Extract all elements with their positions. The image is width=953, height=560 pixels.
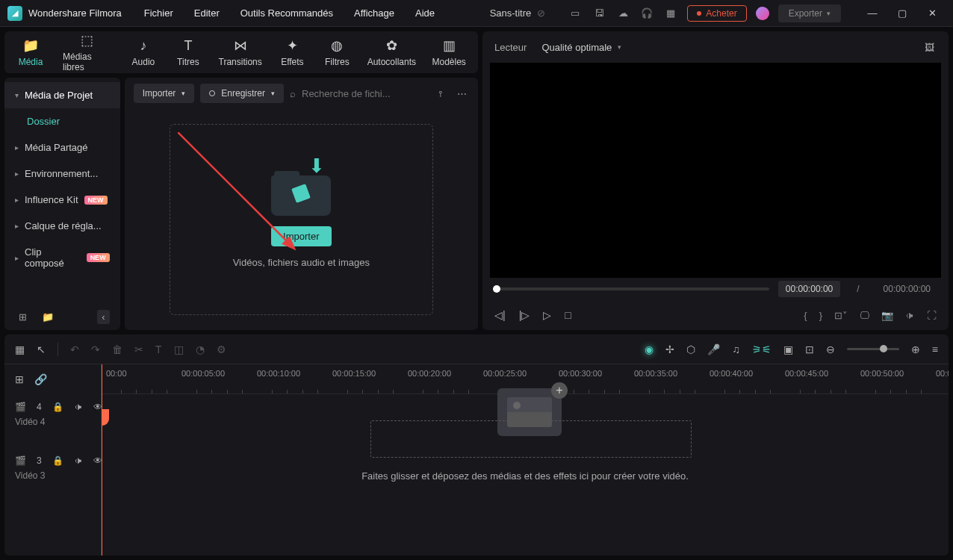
ratio-icon[interactable]: ⊡˅	[834, 310, 848, 321]
redo-icon[interactable]: ↷	[91, 343, 100, 355]
filter-icon[interactable]: ⫯	[433, 86, 448, 101]
playhead[interactable]	[102, 364, 102, 556]
maximize-button[interactable]: ▢	[889, 3, 916, 24]
tab-media[interactable]: 📁Média	[12, 34, 49, 70]
snapshot-icon[interactable]: 🖼	[922, 40, 937, 55]
timeline-drop-zone[interactable]	[370, 420, 692, 458]
preview-area[interactable]	[490, 63, 941, 278]
folder-add-icon[interactable]: 📁	[40, 309, 55, 324]
save-icon[interactable]: 🖫	[592, 6, 606, 21]
music-icon[interactable]: ♫	[732, 343, 740, 355]
templates-icon: ▥	[443, 37, 456, 54]
link-icon[interactable]: 🔗	[34, 373, 47, 385]
document-title[interactable]: Sans-titre ⊘	[490, 7, 546, 19]
color-icon[interactable]: ◔	[196, 343, 205, 355]
ai-icon[interactable]: ◉	[645, 343, 654, 355]
cut-icon[interactable]: ✂	[134, 343, 143, 355]
menu-help[interactable]: Aide	[415, 7, 435, 19]
export-button[interactable]: Exporter ▾	[778, 4, 841, 22]
zoom-out-icon[interactable]: ⊖	[826, 343, 835, 355]
display-icon[interactable]: 🖵	[860, 310, 869, 321]
sparkle-icon[interactable]: ✢	[665, 343, 674, 355]
prev-button[interactable]: ◁|	[494, 309, 506, 321]
playhead-handle[interactable]	[102, 409, 109, 426]
select-tool-icon[interactable]: ↖	[37, 343, 46, 355]
sidebar-item-influence-kit[interactable]: ▸Influence KitNEW	[4, 187, 120, 213]
mic-icon[interactable]: 🎤	[707, 343, 720, 355]
player-header: Lecteur Qualité optimale▾ 🖼	[482, 31, 949, 63]
frame-icon[interactable]: ⊡	[805, 343, 814, 355]
play-button[interactable]: ▷	[543, 309, 551, 321]
collapse-sidebar-button[interactable]: ‹	[97, 310, 109, 324]
cloud-icon[interactable]: ☁	[615, 6, 630, 21]
lock-icon[interactable]: 🔒	[52, 455, 63, 466]
sidebar-item-shared-media[interactable]: ▸Média Partagé	[4, 134, 120, 161]
sidebar-item-adjustment-layer[interactable]: ▸Calque de régla...	[4, 213, 120, 239]
adjust-icon[interactable]: ⚙	[217, 343, 226, 355]
render-icon[interactable]: ⚞⚟	[752, 343, 772, 355]
menu-tools[interactable]: Outils Recommandés	[240, 7, 333, 19]
text-tool-icon[interactable]: T	[155, 343, 162, 355]
record-dropdown[interactable]: Enregistrer▾	[200, 84, 284, 103]
sidebar-item-folder[interactable]: Dossier	[4, 108, 120, 134]
lock-icon[interactable]: 🔒	[52, 402, 63, 412]
scrub-thumb[interactable]	[493, 285, 500, 293]
tab-stock[interactable]: ⬚Médias libres	[57, 29, 117, 75]
zoom-in-icon[interactable]: ⊕	[911, 343, 920, 355]
minimize-button[interactable]: —	[859, 3, 886, 24]
crop-icon[interactable]: ◫	[174, 343, 184, 355]
mute-icon[interactable]: 🕩	[74, 402, 83, 412]
headphones-icon[interactable]: 🎧	[639, 6, 654, 21]
import-button[interactable]: Importer	[271, 226, 331, 246]
mute-icon[interactable]: 🕩	[74, 455, 83, 466]
menu-file[interactable]: Fichier	[144, 7, 173, 19]
add-bin-icon[interactable]: ⊞	[15, 309, 30, 324]
close-button[interactable]: ✕	[919, 3, 946, 24]
import-drop-zone[interactable]: ⬇ Importer Vidéos, fichiers audio et ima…	[170, 124, 433, 315]
tab-filters[interactable]: ◍Filtres	[318, 34, 356, 70]
list-view-icon[interactable]: ≡	[932, 343, 938, 355]
tab-audio[interactable]: ♪Audio	[125, 35, 162, 70]
tab-templates[interactable]: ▥Modèles	[427, 34, 471, 70]
visibility-icon[interactable]: 👁	[93, 455, 102, 466]
marker-icon[interactable]: ⬡	[686, 343, 695, 355]
track-row-video4[interactable]: 🎬4 🔒 🕩 👁 Vidéo 4	[4, 394, 101, 448]
timecode-current[interactable]: 00:00:00:00	[778, 281, 840, 297]
sidebar-item-compound-clip[interactable]: ▸Clip composéNEW	[4, 239, 120, 276]
volume-icon[interactable]: 🕩	[905, 310, 915, 321]
bracket-open-icon[interactable]: {	[804, 310, 807, 321]
device-icon[interactable]: ▭	[568, 6, 583, 21]
undo-icon[interactable]: ↶	[70, 343, 79, 355]
step-back-button[interactable]: |▷	[519, 309, 530, 321]
quality-dropdown[interactable]: Qualité optimale▾	[541, 42, 621, 53]
timeline-tracks[interactable]: 00:0000:00:05:0000:00:10:0000:00:15:0000…	[102, 364, 949, 556]
track-row-video3[interactable]: 🎬3 🔒 🕩 👁 Vidéo 3	[4, 448, 101, 502]
avatar[interactable]	[756, 7, 769, 20]
camera-icon[interactable]: 📷	[881, 310, 893, 321]
zoom-slider[interactable]	[847, 348, 899, 350]
tab-effects[interactable]: ✦Effets	[273, 34, 311, 70]
sidebar-item-project-media[interactable]: ▾Média de Projet	[4, 82, 120, 108]
mask-icon[interactable]: ▣	[783, 343, 793, 355]
tab-stickers[interactable]: ✿Autocollants	[363, 34, 420, 70]
grid-icon[interactable]: ▦	[663, 6, 678, 21]
sidebar-item-environment[interactable]: ▸Environnement...	[4, 161, 120, 187]
tab-transitions[interactable]: ⋈Transitions	[214, 34, 266, 70]
scrub-track[interactable]	[493, 287, 769, 290]
zoom-thumb[interactable]	[880, 345, 887, 352]
bracket-close-icon[interactable]: }	[819, 310, 822, 321]
menu-view[interactable]: Affichage	[354, 7, 394, 19]
menu-edit[interactable]: Editer	[194, 7, 220, 19]
buy-button[interactable]: Acheter	[687, 5, 746, 22]
apps-icon[interactable]: ▦	[15, 343, 25, 355]
import-dropdown[interactable]: Importer▾	[134, 84, 195, 103]
search-input[interactable]	[302, 88, 427, 99]
more-icon[interactable]: ⋯	[454, 86, 469, 101]
stop-button[interactable]: □	[565, 309, 571, 321]
tab-titles[interactable]: TTitres	[170, 35, 207, 70]
visibility-icon[interactable]: 👁	[93, 402, 102, 412]
fullscreen-icon[interactable]: ⛶	[927, 310, 937, 321]
add-track-icon[interactable]: ⊞	[15, 373, 24, 385]
content-row: ▾Média de Projet Dossier ▸Média Partagé …	[4, 78, 478, 330]
delete-icon[interactable]: 🗑	[112, 343, 122, 355]
